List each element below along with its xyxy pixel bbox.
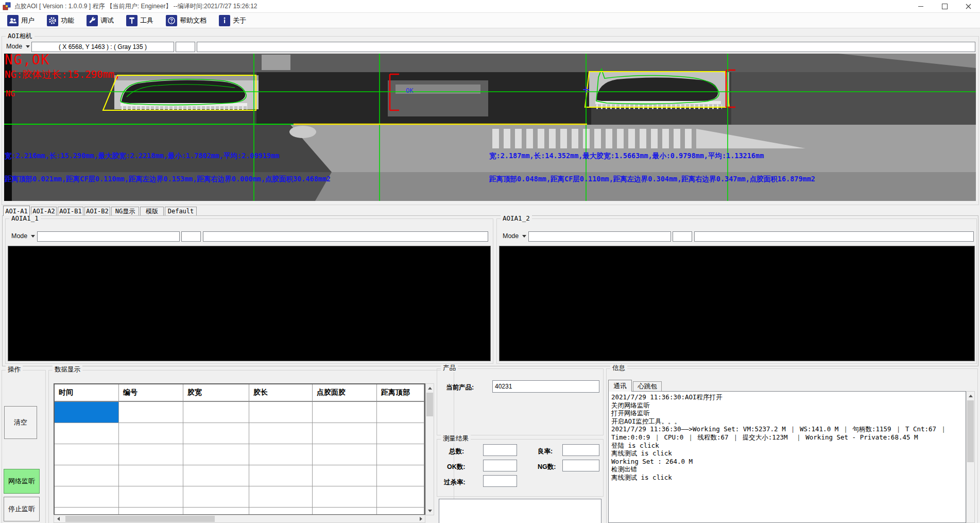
network-listen-button[interactable]: 网络监听 xyxy=(4,469,40,494)
maximize-button[interactable] xyxy=(933,0,956,12)
maximize-icon xyxy=(942,4,948,9)
camera-aux-field[interactable] xyxy=(176,42,195,52)
table-cell[interactable] xyxy=(249,465,313,486)
table-cell[interactable] xyxy=(377,423,424,444)
aoia1-2-readout-field[interactable] xyxy=(528,231,671,242)
tab-aoi-b2[interactable]: AOI-B2 xyxy=(84,207,110,216)
toolbar-item-tools[interactable]: 工具 xyxy=(122,14,158,27)
table-cell[interactable] xyxy=(55,486,119,507)
column-header-area[interactable]: 点胶面胶 xyxy=(313,384,377,401)
table-cell[interactable] xyxy=(377,508,424,515)
table-cell[interactable] xyxy=(377,402,424,423)
toolbar-item-help[interactable]: 帮助文档 xyxy=(162,14,211,27)
scroll-down-button[interactable] xyxy=(426,507,434,515)
table-cell[interactable] xyxy=(119,508,183,515)
table-cell[interactable] xyxy=(313,486,377,507)
table-cell[interactable] xyxy=(313,465,377,486)
tab-comms[interactable]: 通讯 xyxy=(608,380,632,392)
stop-listen-button[interactable]: 停止监听 xyxy=(4,497,40,521)
tab-aoi-b1[interactable]: AOI-B1 xyxy=(58,207,83,216)
toolbar-item-debug[interactable]: 调试 xyxy=(82,14,118,27)
table-cell[interactable] xyxy=(249,444,313,465)
table-cell[interactable] xyxy=(119,423,183,444)
close-button[interactable] xyxy=(956,0,980,12)
clear-button[interactable]: 清空 xyxy=(4,406,37,439)
table-cell[interactable] xyxy=(55,465,119,486)
scrollbar-thumb[interactable] xyxy=(65,516,215,522)
aoia1-1-status-field[interactable] xyxy=(203,231,488,242)
minimize-button[interactable] xyxy=(909,0,933,12)
scrollbar-thumb[interactable] xyxy=(967,400,974,462)
overkill-rate-field[interactable] xyxy=(483,475,517,487)
table-cell[interactable] xyxy=(313,508,377,515)
table-cell[interactable] xyxy=(249,402,313,423)
scrollbar-thumb[interactable] xyxy=(426,393,433,416)
current-product-field[interactable]: 40231 xyxy=(492,380,599,393)
hammer-icon xyxy=(126,15,137,26)
scroll-right-button[interactable] xyxy=(417,515,425,522)
table-cell[interactable] xyxy=(55,444,119,465)
total-count-field[interactable] xyxy=(483,444,517,456)
camera-status-field[interactable] xyxy=(197,42,975,52)
table-cell[interactable] xyxy=(55,423,119,444)
table-cell[interactable] xyxy=(313,402,377,423)
column-header-length[interactable]: 胶长 xyxy=(249,384,313,401)
table-cell[interactable] xyxy=(119,486,183,507)
product-group-label: 产品 xyxy=(441,364,458,372)
table-cell[interactable] xyxy=(377,444,424,465)
minimize-icon xyxy=(918,6,923,7)
aoia1-2-aux-field[interactable] xyxy=(673,231,692,242)
tab-aoi-a1[interactable]: AOI-A1 xyxy=(3,206,30,216)
aoia1-2-status-field[interactable] xyxy=(694,231,974,242)
table-cell[interactable] xyxy=(313,423,377,444)
table-cell[interactable] xyxy=(55,508,119,515)
table-cell[interactable] xyxy=(377,486,424,507)
table-cell[interactable] xyxy=(119,402,183,423)
tab-heartbeat[interactable]: 心跳包 xyxy=(633,381,662,392)
table-cell[interactable] xyxy=(249,508,313,515)
tab-ng-display[interactable]: NG显示 xyxy=(111,207,139,216)
tab-template[interactable]: 模版 xyxy=(140,207,164,216)
table-cell[interactable] xyxy=(183,402,249,423)
camera-view[interactable]: NG,OK NG:胶体过长:15.290mm, NG OK 宽:2.216mm,… xyxy=(4,54,976,201)
column-header-top-dist[interactable]: 距离顶部 xyxy=(377,384,424,401)
table-cell-selected[interactable] xyxy=(55,402,119,423)
ng-count-field[interactable] xyxy=(562,460,599,471)
table-cell[interactable] xyxy=(249,423,313,444)
ok-count-field[interactable] xyxy=(483,460,517,471)
aoia1-1-mode-dropdown[interactable]: Mode xyxy=(11,232,35,240)
aoia1-2-image[interactable] xyxy=(499,246,975,361)
table-cell[interactable] xyxy=(249,486,313,507)
table-cell[interactable] xyxy=(183,508,249,515)
log-vertical-scrollbar[interactable] xyxy=(966,391,975,523)
table-cell[interactable] xyxy=(183,465,249,486)
column-header-width[interactable]: 胶宽 xyxy=(183,384,249,401)
toolbar-item-users[interactable]: 用户 xyxy=(3,14,39,27)
table-horizontal-scrollbar[interactable] xyxy=(54,515,425,523)
toolbar-item-functions[interactable]: 功能 xyxy=(43,14,78,27)
info-group-label: 信息 xyxy=(610,364,627,372)
table-cell[interactable] xyxy=(183,423,249,444)
comms-log[interactable]: 2021/7/29 11:36:30:AOI程序打开 关闭网络监听 打开网络监听… xyxy=(608,391,966,523)
aoia1-1-aux-field[interactable] xyxy=(181,231,201,242)
toolbar-item-about[interactable]: 关于 xyxy=(215,14,250,27)
table-cell[interactable] xyxy=(377,465,424,486)
camera-mode-dropdown[interactable]: Mode xyxy=(6,43,30,50)
tab-default[interactable]: Default xyxy=(165,207,197,216)
table-vertical-scrollbar[interactable] xyxy=(425,383,434,515)
aoia1-1-readout-field[interactable] xyxy=(37,231,180,242)
aoia1-2-mode-dropdown[interactable]: Mode xyxy=(503,232,526,240)
scroll-up-button[interactable] xyxy=(967,392,974,400)
yield-label: 良率: xyxy=(538,447,553,456)
table-cell[interactable] xyxy=(313,444,377,465)
aoia1-1-image[interactable] xyxy=(8,246,491,361)
table-cell[interactable] xyxy=(119,465,183,486)
table-cell[interactable] xyxy=(119,444,183,465)
column-header-id[interactable]: 编号 xyxy=(119,384,183,401)
scroll-left-button[interactable] xyxy=(54,515,62,522)
scroll-up-button[interactable] xyxy=(426,384,434,392)
table-cell[interactable] xyxy=(183,486,249,507)
column-header-time[interactable]: 时间 xyxy=(55,384,119,401)
yield-field[interactable] xyxy=(562,444,599,456)
table-cell[interactable] xyxy=(183,444,249,465)
